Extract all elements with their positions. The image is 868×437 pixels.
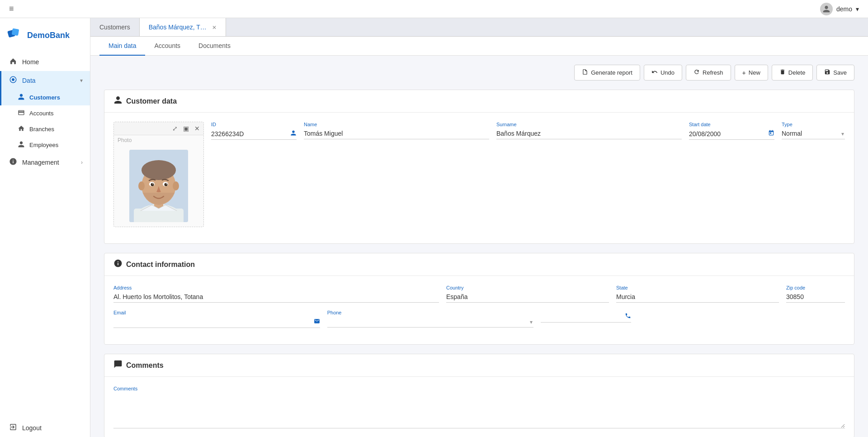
sidebar-logo[interactable]: DemoBank <box>0 23 90 52</box>
comments-section: Comments Comments <box>104 354 854 437</box>
name-group: Name <box>304 122 489 139</box>
menu-icon[interactable]: ≡ <box>9 4 14 14</box>
user-name-label: demo <box>836 5 852 13</box>
phone-label: Phone <box>327 310 534 315</box>
contact-title: Contact information <box>126 261 195 269</box>
undo-button[interactable]: Undo <box>644 65 682 81</box>
phone-number-group <box>541 310 631 323</box>
zipcode-input[interactable] <box>786 291 845 303</box>
management-icon <box>9 157 18 167</box>
photo-expand-button[interactable]: ⤢ <box>170 124 179 133</box>
photo-group: ⤢ ▣ ✕ Photo <box>113 122 204 227</box>
start-date-label: Start date <box>689 122 774 127</box>
svg-point-15 <box>165 183 168 186</box>
sidebar-item-management[interactable]: Management › <box>0 153 90 171</box>
type-select[interactable]: Normal Premium VIP <box>782 128 845 139</box>
refresh-label: Refresh <box>703 69 723 76</box>
svg-point-10 <box>138 181 145 190</box>
phone-select[interactable] <box>327 316 534 328</box>
generate-report-button[interactable]: Generate report <box>574 65 640 81</box>
tab-banos-label: Baños Márquez, T… <box>149 24 207 31</box>
sidebar-item-home[interactable]: Home <box>0 52 90 71</box>
sidebar-item-customers[interactable]: Customers <box>0 90 90 105</box>
delete-button[interactable]: Delete <box>772 65 813 81</box>
svg-point-16 <box>152 184 153 185</box>
photo-frame-button[interactable]: ▣ <box>181 124 191 133</box>
contact-row-2: Email Phone <box>113 310 845 328</box>
state-input[interactable] <box>616 291 779 303</box>
surname-label: Surname <box>496 122 682 127</box>
contact-icon <box>113 259 123 270</box>
sub-tab-accounts[interactable]: Accounts <box>145 37 189 56</box>
accounts-icon <box>18 109 25 118</box>
sidebar-item-data[interactable]: Data ▾ <box>0 71 90 90</box>
start-date-input[interactable] <box>689 130 768 138</box>
email-label: Email <box>113 310 320 315</box>
customer-data-row: ⤢ ▣ ✕ Photo <box>113 122 845 227</box>
generate-report-label: Generate report <box>591 69 632 76</box>
start-date-group: Start date <box>689 122 774 140</box>
sidebar-item-management-label: Management <box>22 159 59 166</box>
phone-number-input[interactable] <box>541 313 625 320</box>
tab-banos[interactable]: Baños Márquez, T… ✕ <box>140 18 226 36</box>
surname-input[interactable] <box>496 128 682 139</box>
customer-data-icon <box>113 95 123 107</box>
tab-bar: Customers Baños Márquez, T… ✕ <box>90 18 868 37</box>
new-button[interactable]: + New <box>735 65 768 81</box>
calendar-icon[interactable] <box>768 130 774 138</box>
country-input[interactable] <box>446 291 609 303</box>
sidebar-item-logout[interactable]: Logout <box>0 418 90 437</box>
comments-textarea[interactable] <box>113 392 845 428</box>
sidebar-item-branches[interactable]: Branches <box>0 121 90 137</box>
comments-group: Comments <box>113 386 845 428</box>
tab-close-icon[interactable]: ✕ <box>212 24 217 31</box>
email-input[interactable] <box>113 318 314 326</box>
country-group: Country <box>446 285 609 303</box>
content-area: Customers Baños Márquez, T… ✕ Main data … <box>90 18 868 437</box>
zipcode-label: Zip code <box>786 285 845 290</box>
name-input[interactable] <box>304 128 489 139</box>
sidebar-item-employees[interactable]: Employees <box>0 137 90 153</box>
id-input[interactable] <box>211 130 290 138</box>
refresh-icon <box>693 69 700 76</box>
customer-data-section: Customer data ⤢ ▣ ✕ Photo <box>104 90 854 244</box>
tab-customers[interactable]: Customers <box>90 18 140 36</box>
email-group: Email <box>113 310 320 328</box>
customers-icon <box>18 93 25 102</box>
photo-close-button[interactable]: ✕ <box>193 124 202 133</box>
customer-data-title: Customer data <box>126 97 177 105</box>
sidebar-item-logout-label: Logout <box>22 424 42 432</box>
logout-icon <box>9 423 18 432</box>
save-button[interactable]: Save <box>816 65 854 81</box>
data-expand-icon: ▾ <box>80 77 83 84</box>
address-input[interactable] <box>113 291 439 303</box>
report-icon <box>582 69 588 76</box>
sub-tab-main-data[interactable]: Main data <box>99 37 145 56</box>
start-date-wrapper <box>689 128 774 140</box>
contact-row-1: Address Country State <box>113 285 845 303</box>
page-content: Generate report Undo Refresh + New <box>90 56 868 437</box>
home-icon <box>9 57 18 66</box>
new-label: New <box>749 69 760 76</box>
main-layout: DemoBank Home Data ▾ Customers Acc <box>0 18 868 437</box>
sidebar-item-customers-label: Customers <box>29 94 60 101</box>
user-avatar <box>820 3 833 15</box>
type-group: Type Normal Premium VIP ▾ <box>782 122 845 139</box>
photo-toolbar: ⤢ ▣ ✕ <box>114 122 203 135</box>
user-menu[interactable]: demo ▾ <box>820 3 859 15</box>
management-expand-icon: › <box>81 159 83 166</box>
sub-tab-documents[interactable]: Documents <box>189 37 240 56</box>
id-input-wrapper <box>211 128 297 140</box>
sidebar-item-accounts[interactable]: Accounts <box>0 105 90 121</box>
employees-icon <box>18 141 25 149</box>
comments-label: Comments <box>113 386 845 391</box>
id-label: ID <box>211 122 297 127</box>
refresh-button[interactable]: Refresh <box>686 65 731 81</box>
sidebar-item-branches-label: Branches <box>29 126 54 133</box>
sidebar-item-employees-label: Employees <box>29 142 58 148</box>
photo-container: ⤢ ▣ ✕ Photo <box>113 122 204 227</box>
delete-label: Delete <box>788 69 806 76</box>
state-group: State <box>616 285 779 303</box>
delete-icon <box>779 69 786 76</box>
comments-body: Comments <box>104 377 854 437</box>
